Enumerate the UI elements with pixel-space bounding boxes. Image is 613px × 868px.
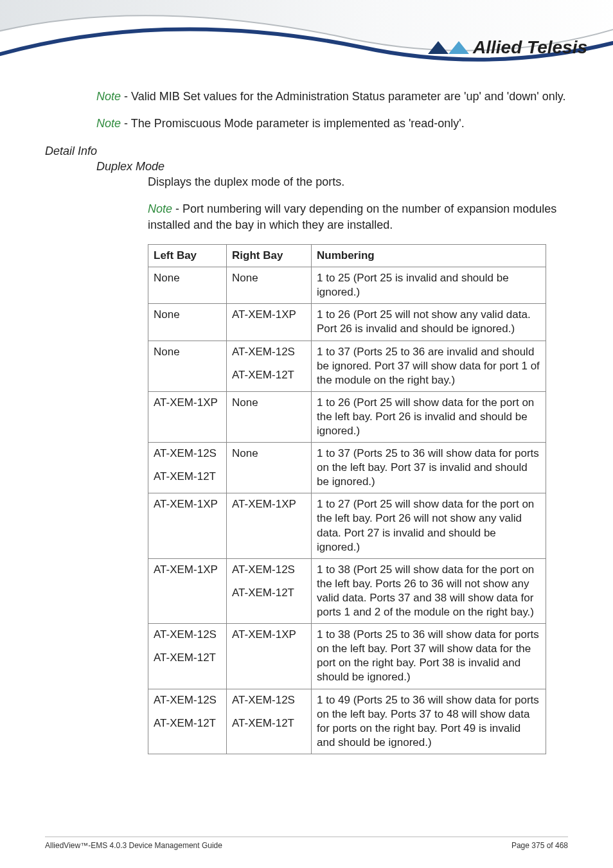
table-row: AT-XEM-1XPNone1 to 26 (Port 25 will show… [148, 391, 546, 442]
table-header-right: Right Bay [227, 245, 312, 267]
cell-left-bay: None [148, 341, 227, 391]
note-paragraph: Note - Port numbering will vary dependin… [148, 201, 568, 233]
cell-right-bay: AT-XEM-12SAT-XEM-12T [227, 689, 312, 754]
footer-left: AlliedView™-EMS 4.0.3 Device Management … [45, 841, 222, 850]
cell-numbering: 1 to 26 (Port 25 will show data for the … [312, 391, 546, 442]
note-label: Note [96, 117, 121, 130]
note-body: - The Promiscuous Mode parameter is impl… [121, 117, 465, 130]
section-detail-info: Detail Info [45, 143, 568, 159]
cell-numbering: 1 to 49 (Ports 25 to 36 will show data f… [312, 689, 546, 754]
table-row: AT-XEM-1XPAT-XEM-1XP1 to 27 (Port 25 wil… [148, 493, 546, 558]
brand-logo: Allied Telesis [428, 37, 587, 58]
header-banner: Allied Telesis [0, 0, 613, 84]
cell-right-bay: AT-XEM-1XP [227, 304, 312, 341]
note-paragraph: Note - Valid MIB Set values for the Admi… [96, 89, 568, 104]
cell-numbering: 1 to 27 (Port 25 will show data for the … [312, 493, 546, 558]
section-duplex-mode: Duplex Mode [96, 159, 568, 174]
page-footer: AlliedView™-EMS 4.0.3 Device Management … [45, 837, 568, 850]
table-row: NoneAT-XEM-1XP1 to 26 (Port 25 will not … [148, 304, 546, 341]
cell-left-bay: AT-XEM-1XP [148, 558, 227, 623]
table-row: NoneAT-XEM-12SAT-XEM-12T1 to 37 (Ports 2… [148, 341, 546, 391]
table-row: NoneNone1 to 25 (Port 25 is invalid and … [148, 267, 546, 304]
cell-right-bay: None [227, 443, 312, 493]
cell-numbering: 1 to 25 (Port 25 is invalid and should b… [312, 267, 546, 304]
note-paragraph: Note - The Promiscuous Mode parameter is… [96, 116, 568, 131]
note-label: Note [96, 90, 121, 103]
table-header-numbering: Numbering [312, 245, 546, 267]
cell-right-bay: None [227, 391, 312, 442]
cell-numbering: 1 to 38 (Ports 25 to 36 will show data f… [312, 624, 546, 689]
note-label: Note [148, 202, 172, 215]
footer-right: Page 375 of 468 [511, 841, 568, 850]
cell-numbering: 1 to 37 (Ports 25 to 36 will show data f… [312, 443, 546, 493]
table-row: AT-XEM-12SAT-XEM-12TAT-XEM-12SAT-XEM-12T… [148, 689, 546, 754]
cell-right-bay: AT-XEM-1XP [227, 493, 312, 558]
port-numbering-table: Left Bay Right Bay Numbering NoneNone1 t… [148, 244, 546, 754]
table-row: AT-XEM-12SAT-XEM-12TNone1 to 37 (Ports 2… [148, 443, 546, 493]
table-row: AT-XEM-1XPAT-XEM-12SAT-XEM-12T1 to 38 (P… [148, 558, 546, 623]
cell-left-bay: AT-XEM-12SAT-XEM-12T [148, 443, 227, 493]
cell-right-bay: AT-XEM-1XP [227, 624, 312, 689]
cell-left-bay: AT-XEM-1XP [148, 493, 227, 558]
cell-numbering: 1 to 38 (Port 25 will show data for the … [312, 558, 546, 623]
note-body: - Valid MIB Set values for the Administr… [121, 90, 565, 103]
cell-right-bay: AT-XEM-12SAT-XEM-12T [227, 558, 312, 623]
cell-left-bay: AT-XEM-12SAT-XEM-12T [148, 689, 227, 754]
triangle-icon [428, 41, 449, 54]
triangle-icon [449, 41, 469, 54]
cell-left-bay: None [148, 304, 227, 341]
cell-left-bay: None [148, 267, 227, 304]
table-row: AT-XEM-12SAT-XEM-12TAT-XEM-1XP1 to 38 (P… [148, 624, 546, 689]
cell-numbering: 1 to 37 (Ports 25 to 36 are invalid and … [312, 341, 546, 391]
cell-left-bay: AT-XEM-12SAT-XEM-12T [148, 624, 227, 689]
cell-right-bay: AT-XEM-12SAT-XEM-12T [227, 341, 312, 391]
cell-left-bay: AT-XEM-1XP [148, 391, 227, 442]
note-body: - Port numbering will vary depending on … [148, 202, 556, 231]
brand-text: Allied Telesis [473, 37, 587, 58]
duplex-description: Displays the duplex mode of the ports. [148, 174, 568, 190]
table-header-left: Left Bay [148, 245, 227, 267]
cell-numbering: 1 to 26 (Port 25 will not show any valid… [312, 304, 546, 341]
cell-right-bay: None [227, 267, 312, 304]
